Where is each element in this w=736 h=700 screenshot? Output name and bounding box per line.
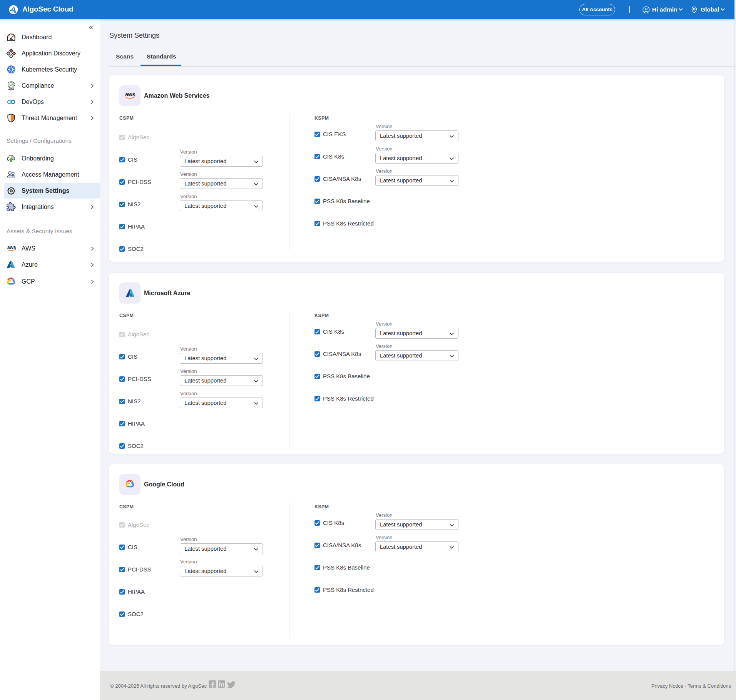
svg-text:aws: aws xyxy=(7,245,16,250)
svg-text:aws: aws xyxy=(125,91,135,97)
